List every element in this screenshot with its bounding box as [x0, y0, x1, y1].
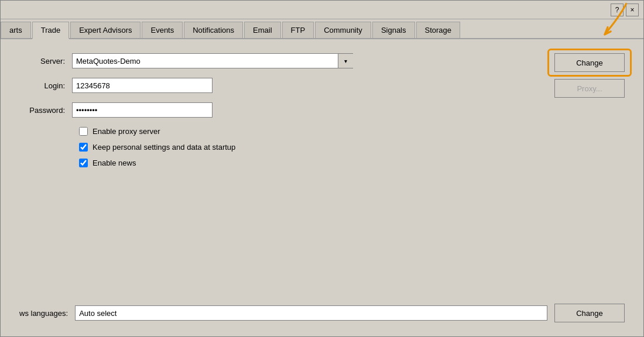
- server-field[interactable]: [72, 53, 353, 68]
- password-field[interactable]: [72, 102, 213, 118]
- help-button[interactable]: ?: [611, 4, 624, 16]
- tab-events[interactable]: Events: [142, 22, 183, 38]
- server-input-wrapper: ▾: [72, 53, 353, 68]
- password-label: Password:: [19, 106, 72, 115]
- login-label: Login:: [19, 81, 72, 90]
- title-bar-buttons: ? ×: [611, 4, 639, 16]
- news-languages-field[interactable]: [75, 305, 547, 321]
- content-area: Server: ▾ Login: Password: Enable proxy …: [1, 39, 643, 336]
- change-button-wrapper: Change: [554, 53, 625, 72]
- login-row: Login:: [19, 78, 625, 93]
- checkboxes-section: Enable proxy server Keep personal settin…: [79, 127, 625, 167]
- change-password-button[interactable]: Change: [554, 53, 625, 72]
- right-buttons-panel: Change Proxy...: [554, 53, 625, 98]
- tab-email[interactable]: Email: [244, 22, 281, 38]
- news-checkbox[interactable]: [79, 159, 88, 167]
- settings-checkbox-row: Keep personal settings and data at start…: [79, 143, 625, 152]
- server-dropdown-button[interactable]: ▾: [338, 54, 353, 68]
- settings-checkbox-label: Keep personal settings and data at start…: [93, 143, 235, 152]
- tab-signals[interactable]: Signals: [372, 22, 415, 38]
- tab-bar: arts Trade Expert Advisors Events Notifi…: [1, 19, 643, 39]
- title-bar: ? ×: [1, 1, 643, 19]
- server-row: Server: ▾: [19, 53, 625, 68]
- proxy-checkbox-row: Enable proxy server: [79, 127, 625, 136]
- tab-ftp[interactable]: FTP: [282, 22, 314, 38]
- close-button[interactable]: ×: [626, 4, 639, 16]
- news-languages-row: ws languages: Change: [1, 304, 643, 322]
- main-window: ? × arts Trade Expert Advisors Events No…: [0, 0, 644, 337]
- login-field[interactable]: [72, 78, 213, 93]
- tab-trade[interactable]: Trade: [32, 22, 69, 39]
- news-languages-label: ws languages:: [19, 309, 75, 318]
- proxy-button: Proxy...: [554, 79, 625, 98]
- tab-notifications[interactable]: Notifications: [184, 22, 243, 38]
- proxy-checkbox[interactable]: [79, 127, 88, 136]
- tab-arts[interactable]: arts: [1, 22, 31, 38]
- news-checkbox-label: Enable news: [93, 159, 136, 167]
- tab-storage[interactable]: Storage: [416, 22, 461, 38]
- tab-expert-advisors[interactable]: Expert Advisors: [70, 22, 141, 38]
- news-checkbox-row: Enable news: [79, 159, 625, 167]
- proxy-checkbox-label: Enable proxy server: [93, 127, 160, 136]
- server-label: Server:: [19, 57, 72, 66]
- password-row: Password:: [19, 102, 625, 118]
- news-languages-change-button[interactable]: Change: [554, 304, 625, 322]
- settings-checkbox[interactable]: [79, 143, 88, 152]
- tab-community[interactable]: Community: [315, 22, 371, 38]
